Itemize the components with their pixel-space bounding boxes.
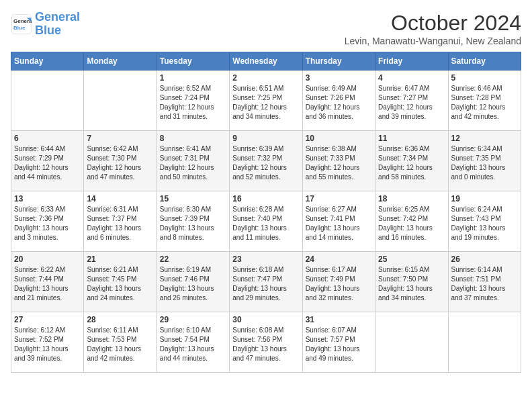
calendar-cell: 20Sunrise: 6:22 AM Sunset: 7:44 PM Dayli…: [11, 252, 84, 312]
day-info: Sunrise: 6:31 AM Sunset: 7:37 PM Dayligh…: [87, 205, 153, 242]
calendar-cell: 19Sunrise: 6:24 AM Sunset: 7:43 PM Dayli…: [448, 191, 521, 252]
day-number: 17: [306, 194, 372, 203]
calendar-cell: 30Sunrise: 6:08 AM Sunset: 7:56 PM Dayli…: [230, 312, 302, 373]
calendar-cell: 17Sunrise: 6:27 AM Sunset: 7:41 PM Dayli…: [302, 191, 375, 252]
day-number: 27: [14, 315, 81, 324]
day-info: Sunrise: 6:21 AM Sunset: 7:45 PM Dayligh…: [87, 265, 153, 303]
day-number: 30: [232, 315, 299, 324]
calendar-cell: 13Sunrise: 6:33 AM Sunset: 7:36 PM Dayli…: [11, 191, 84, 252]
day-info: Sunrise: 6:46 AM Sunset: 7:28 PM Dayligh…: [451, 84, 518, 122]
day-number: 26: [451, 255, 518, 264]
calendar-cell: 4Sunrise: 6:47 AM Sunset: 7:27 PM Daylig…: [375, 71, 448, 131]
svg-text:Blue: Blue: [13, 25, 26, 31]
logo-text: GeneralBlue: [35, 11, 80, 38]
calendar-cell: 12Sunrise: 6:34 AM Sunset: 7:35 PM Dayli…: [448, 131, 521, 191]
header-cell-sunday: Sunday: [11, 52, 84, 71]
calendar-cell: 31Sunrise: 6:07 AM Sunset: 7:57 PM Dayli…: [302, 312, 375, 373]
calendar-week-5: 27Sunrise: 6:12 AM Sunset: 7:52 PM Dayli…: [11, 312, 521, 373]
day-info: Sunrise: 6:34 AM Sunset: 7:35 PM Dayligh…: [451, 144, 518, 182]
day-number: 31: [306, 315, 372, 324]
day-number: 15: [160, 194, 226, 203]
calendar-week-4: 20Sunrise: 6:22 AM Sunset: 7:44 PM Dayli…: [11, 252, 521, 312]
calendar-cell: [11, 71, 84, 131]
day-info: Sunrise: 6:51 AM Sunset: 7:25 PM Dayligh…: [232, 84, 299, 122]
day-info: Sunrise: 6:24 AM Sunset: 7:43 PM Dayligh…: [451, 205, 518, 242]
header-cell-thursday: Thursday: [302, 52, 375, 71]
day-info: Sunrise: 6:11 AM Sunset: 7:53 PM Dayligh…: [87, 326, 153, 363]
day-number: 22: [160, 255, 226, 264]
day-number: 28: [87, 315, 153, 324]
calendar-cell: 28Sunrise: 6:11 AM Sunset: 7:53 PM Dayli…: [84, 312, 157, 373]
calendar-cell: 24Sunrise: 6:17 AM Sunset: 7:49 PM Dayli…: [302, 252, 375, 312]
day-info: Sunrise: 6:08 AM Sunset: 7:56 PM Dayligh…: [232, 326, 299, 363]
calendar-cell: 16Sunrise: 6:28 AM Sunset: 7:40 PM Dayli…: [230, 191, 302, 252]
calendar-cell: 6Sunrise: 6:44 AM Sunset: 7:29 PM Daylig…: [11, 131, 84, 191]
header-cell-saturday: Saturday: [448, 52, 521, 71]
day-info: Sunrise: 6:18 AM Sunset: 7:47 PM Dayligh…: [232, 265, 299, 303]
calendar-cell: 15Sunrise: 6:30 AM Sunset: 7:39 PM Dayli…: [157, 191, 229, 252]
day-info: Sunrise: 6:44 AM Sunset: 7:29 PM Dayligh…: [14, 144, 81, 182]
header-cell-tuesday: Tuesday: [157, 52, 229, 71]
calendar-cell: 29Sunrise: 6:10 AM Sunset: 7:54 PM Dayli…: [157, 312, 229, 373]
day-info: Sunrise: 6:10 AM Sunset: 7:54 PM Dayligh…: [160, 326, 226, 363]
calendar-cell: [448, 312, 521, 373]
calendar-cell: 5Sunrise: 6:46 AM Sunset: 7:28 PM Daylig…: [448, 71, 521, 131]
calendar-cell: 9Sunrise: 6:39 AM Sunset: 7:32 PM Daylig…: [230, 131, 302, 191]
day-info: Sunrise: 6:14 AM Sunset: 7:51 PM Dayligh…: [451, 265, 518, 303]
day-info: Sunrise: 6:47 AM Sunset: 7:27 PM Dayligh…: [378, 84, 445, 122]
day-number: 18: [378, 194, 445, 203]
day-info: Sunrise: 6:17 AM Sunset: 7:49 PM Dayligh…: [306, 265, 372, 303]
calendar-cell: 8Sunrise: 6:41 AM Sunset: 7:31 PM Daylig…: [157, 131, 229, 191]
day-number: 20: [14, 255, 81, 264]
day-number: 12: [451, 134, 518, 143]
day-info: Sunrise: 6:38 AM Sunset: 7:33 PM Dayligh…: [306, 144, 372, 182]
day-info: Sunrise: 6:39 AM Sunset: 7:32 PM Dayligh…: [232, 144, 299, 182]
day-number: 16: [232, 194, 299, 203]
day-info: Sunrise: 6:30 AM Sunset: 7:39 PM Dayligh…: [160, 205, 226, 242]
day-number: 24: [306, 255, 372, 264]
day-number: 9: [232, 134, 299, 143]
day-number: 14: [87, 194, 153, 203]
calendar-cell: 22Sunrise: 6:19 AM Sunset: 7:46 PM Dayli…: [157, 252, 229, 312]
calendar-week-2: 6Sunrise: 6:44 AM Sunset: 7:29 PM Daylig…: [11, 131, 521, 191]
day-number: 2: [232, 73, 299, 83]
header-cell-wednesday: Wednesday: [230, 52, 302, 71]
day-number: 1: [160, 73, 226, 83]
day-info: Sunrise: 6:12 AM Sunset: 7:52 PM Dayligh…: [14, 326, 81, 363]
logo: General Blue GeneralBlue: [11, 11, 80, 38]
calendar-cell: [375, 312, 448, 373]
day-number: 21: [87, 255, 153, 264]
day-info: Sunrise: 6:41 AM Sunset: 7:31 PM Dayligh…: [160, 144, 226, 182]
day-info: Sunrise: 6:19 AM Sunset: 7:46 PM Dayligh…: [160, 265, 226, 303]
day-info: Sunrise: 6:33 AM Sunset: 7:36 PM Dayligh…: [14, 205, 81, 242]
day-info: Sunrise: 6:07 AM Sunset: 7:57 PM Dayligh…: [306, 326, 372, 363]
day-number: 19: [451, 194, 518, 203]
calendar-cell: 27Sunrise: 6:12 AM Sunset: 7:52 PM Dayli…: [11, 312, 84, 373]
day-number: 5: [451, 73, 518, 83]
day-number: 7: [87, 134, 153, 143]
logo-icon: General Blue: [11, 13, 32, 35]
calendar-week-1: 1Sunrise: 6:52 AM Sunset: 7:24 PM Daylig…: [11, 71, 521, 131]
calendar-cell: 18Sunrise: 6:25 AM Sunset: 7:42 PM Dayli…: [375, 191, 448, 252]
calendar-cell: 21Sunrise: 6:21 AM Sunset: 7:45 PM Dayli…: [84, 252, 157, 312]
calendar-cell: 3Sunrise: 6:49 AM Sunset: 7:26 PM Daylig…: [302, 71, 375, 131]
calendar-cell: 11Sunrise: 6:36 AM Sunset: 7:34 PM Dayli…: [375, 131, 448, 191]
calendar-cell: 10Sunrise: 6:38 AM Sunset: 7:33 PM Dayli…: [302, 131, 375, 191]
month-title: October 2024: [345, 11, 521, 36]
day-number: 11: [378, 134, 445, 143]
calendar-cell: 25Sunrise: 6:15 AM Sunset: 7:50 PM Dayli…: [375, 252, 448, 312]
day-number: 29: [160, 315, 226, 324]
calendar-cell: 2Sunrise: 6:51 AM Sunset: 7:25 PM Daylig…: [230, 71, 302, 131]
day-number: 25: [378, 255, 445, 264]
day-info: Sunrise: 6:28 AM Sunset: 7:40 PM Dayligh…: [232, 205, 299, 242]
calendar-cell: 7Sunrise: 6:42 AM Sunset: 7:30 PM Daylig…: [84, 131, 157, 191]
day-number: 10: [306, 134, 372, 143]
day-info: Sunrise: 6:27 AM Sunset: 7:41 PM Dayligh…: [306, 205, 372, 242]
location: Levin, Manawatu-Wanganui, New Zealand: [345, 36, 521, 46]
calendar-table: SundayMondayTuesdayWednesdayThursdayFrid…: [11, 52, 521, 373]
day-number: 4: [378, 73, 445, 83]
day-number: 23: [232, 255, 299, 264]
calendar-cell: 23Sunrise: 6:18 AM Sunset: 7:47 PM Dayli…: [230, 252, 302, 312]
header-cell-friday: Friday: [375, 52, 448, 71]
title-block: October 2024 Levin, Manawatu-Wanganui, N…: [345, 11, 521, 46]
